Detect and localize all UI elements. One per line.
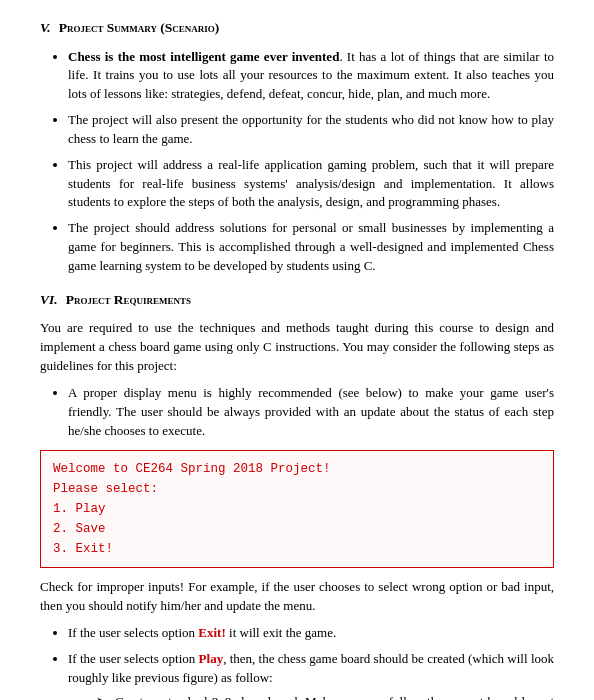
bullet-play-highlight: Play <box>199 651 224 666</box>
sub-bullets: ➤ Create a standard 8x8 chess board. Mak… <box>68 693 554 700</box>
section-6: VI. Project Requirements You are require… <box>40 290 554 700</box>
bullet-play-prefix: If the user selects option <box>68 651 199 666</box>
bullet-exit-suffix: it will exit the game. <box>226 625 336 640</box>
section-6-intro: You are required to use the techniques a… <box>40 319 554 376</box>
code-line-3: 1. Play <box>53 499 541 519</box>
bullet-present-text: The project will also present the opport… <box>68 112 554 146</box>
bullet-personal-text: The project should address solutions for… <box>68 220 554 273</box>
list-item: If the user selects option Exit! it will… <box>68 624 554 643</box>
code-line-5: 3. Exit! <box>53 539 541 559</box>
section-5-title: Project Summary (Scenario) <box>59 18 220 38</box>
sub-create-text: Create a standard 8x8 chess board. Make … <box>115 693 554 700</box>
bullet-chess-bold: Chess is the most intelligent game ever … <box>68 49 339 64</box>
code-line-1: Welcome to CE264 Spring 2018 Project! <box>53 459 541 479</box>
list-item: If the user selects option Play, then, t… <box>68 650 554 700</box>
list-item: The project should address solutions for… <box>68 219 554 276</box>
arrow-icon: ➤ <box>96 693 110 700</box>
section-5-heading: V. Project Summary (Scenario) <box>40 18 554 38</box>
bullet-exit-highlight: Exit! <box>198 625 225 640</box>
list-item: Chess is the most intelligent game ever … <box>68 48 554 105</box>
post-code-text: Check for improper inputs! For example, … <box>40 578 554 616</box>
bullet-exit-prefix: If the user selects option <box>68 625 198 640</box>
post-bullets: If the user selects option Exit! it will… <box>40 624 554 700</box>
section-6-title: Project Requirements <box>66 290 191 310</box>
section-5-roman: V. <box>40 18 51 38</box>
list-item: The project will also present the opport… <box>68 111 554 149</box>
bullet-display-text: A proper display menu is highly recommen… <box>68 385 554 438</box>
code-box: Welcome to CE264 Spring 2018 Project! Pl… <box>40 450 554 568</box>
list-item: ➤ Create a standard 8x8 chess board. Mak… <box>96 693 554 700</box>
list-item: A proper display menu is highly recommen… <box>68 384 554 441</box>
section-6-bullets: A proper display menu is highly recommen… <box>40 384 554 441</box>
list-item: This project will address a real-life ap… <box>68 156 554 213</box>
section-6-heading: VI. Project Requirements <box>40 290 554 310</box>
section-5: V. Project Summary (Scenario) Chess is t… <box>40 18 554 276</box>
section-5-bullets: Chess is the most intelligent game ever … <box>40 48 554 276</box>
section-6-roman: VI. <box>40 290 58 310</box>
code-line-4: 2. Save <box>53 519 541 539</box>
code-line-2: Please select: <box>53 479 541 499</box>
bullet-address-text: This project will address a real-life ap… <box>68 157 554 210</box>
